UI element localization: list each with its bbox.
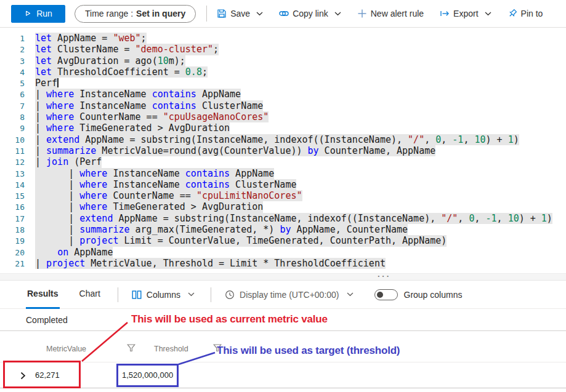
code-line[interactable]: 7| where InstanceName contains ClusterNa… <box>0 100 566 111</box>
code-token: AppName <box>68 247 113 258</box>
code-token: | <box>35 201 79 212</box>
code-token: , <box>441 134 452 145</box>
code-token: ) <box>547 213 552 224</box>
line-number: 8 <box>0 111 25 122</box>
code-token: | <box>35 89 46 100</box>
results-toolbar-divider <box>118 287 118 302</box>
code-line[interactable]: 14 | where InstanceName contains Cluster… <box>0 179 566 190</box>
line-number: 18 <box>0 224 25 235</box>
code-line[interactable]: 20 on AppName <box>0 247 566 258</box>
code-line[interactable]: 2let ClusterName = "demo-cluster"; <box>0 44 566 55</box>
results-table-header: MetricValue Threshold <box>0 331 566 362</box>
code-line[interactable]: 21| project MetricValue, Threshold = Lim… <box>0 258 566 269</box>
code-line[interactable]: 11| summarize MetricValue=round(avg(Coun… <box>0 145 566 156</box>
code-token: let <box>35 66 52 78</box>
code-token: MetricValue, Threshold = Limit * Thresho… <box>85 258 386 269</box>
line-number: 2 <box>0 44 25 55</box>
code-token: TimeGenerated > AvgDuration <box>107 201 263 212</box>
code-line[interactable]: 19 | project Limit = CounterValue, TimeG… <box>0 235 566 246</box>
group-columns-toggle[interactable] <box>374 289 398 300</box>
new-alert-rule-button[interactable]: New alert rule <box>357 9 424 18</box>
run-button[interactable]: Run <box>11 5 65 23</box>
export-button[interactable]: Export <box>440 9 491 18</box>
code-token: CounterName == <box>74 111 163 122</box>
code-token: InstanceName <box>107 179 185 190</box>
code-token: contains <box>185 179 230 190</box>
tab-chart[interactable]: Chart <box>78 281 102 309</box>
play-icon <box>24 10 32 18</box>
filter-icon[interactable] <box>127 344 135 352</box>
code-token: "web" <box>113 33 140 44</box>
time-range-value: Set in query <box>136 9 185 18</box>
code-token: join <box>46 156 68 167</box>
code-line[interactable]: 1let AppName = "web"; <box>0 33 566 44</box>
code-token: where <box>46 89 74 100</box>
code-line[interactable]: 6| where InstanceName contains AppName <box>0 89 566 100</box>
code-line[interactable]: 4let ThresholdCoefficient = 0.8; <box>0 66 566 78</box>
code-token: "cpuLimitNanoCores" <box>196 190 302 201</box>
copy-link-button[interactable]: Copy link <box>279 9 341 18</box>
code-line[interactable]: 15 | where CounterName == "cpuLimitNanoC… <box>0 190 566 201</box>
column-header-metricvalue[interactable]: MetricValue <box>46 345 86 353</box>
line-number: 16 <box>0 201 25 212</box>
code-token: where <box>79 201 107 212</box>
code-token: | <box>35 145 46 156</box>
code-token: , <box>424 134 435 145</box>
query-editor[interactable]: 1let AppName = "web";2let ClusterName = … <box>0 28 566 273</box>
new-alert-rule-label: New alert rule <box>371 9 424 18</box>
line-number: 19 <box>0 235 25 246</box>
code-token: | <box>35 213 79 224</box>
code-line[interactable]: 13 | where InstanceName contains AppName <box>0 168 566 179</box>
code-token: AppName = <box>52 33 113 44</box>
code-token: | <box>35 179 79 190</box>
code-token: 0.8 <box>185 66 202 78</box>
code-token: AppName = substring(InstanceName, indexo… <box>113 213 441 224</box>
code-line[interactable]: 9| where TimeGenerated > AvgDuration <box>0 122 566 134</box>
pin-button[interactable]: Pin to <box>507 9 543 18</box>
code-line[interactable]: 17 | extend AppName = substring(Instance… <box>0 213 566 224</box>
expand-row-icon[interactable] <box>20 372 26 380</box>
columns-button[interactable]: Columns <box>132 290 195 300</box>
code-line[interactable]: 5Perf <box>0 78 566 89</box>
code-token: , <box>497 213 508 224</box>
display-time-label: Display time (UTC+00:00) <box>240 290 339 300</box>
line-number: 20 <box>0 247 25 258</box>
clock-icon <box>225 290 235 300</box>
code-token: CounterName, AppName <box>319 145 436 156</box>
code-line[interactable]: 10| extend AppName = substring(InstanceN… <box>0 134 566 145</box>
code-line[interactable]: 18 | summarize arg_max(TimeGenerated, *)… <box>0 224 566 235</box>
code-token: -1 <box>486 213 497 224</box>
code-token: project <box>79 235 118 246</box>
code-token: extend <box>46 134 79 145</box>
filter-icon[interactable] <box>213 344 222 352</box>
code-line[interactable]: 16 | where TimeGenerated > AvgDuration <box>0 201 566 212</box>
column-header-threshold[interactable]: Threshold <box>154 345 188 353</box>
save-button[interactable]: Save <box>217 9 263 18</box>
code-token: ) + <box>486 134 508 145</box>
chevron-down-icon <box>347 292 354 297</box>
line-number: 7 <box>0 100 25 111</box>
line-number: 13 <box>0 168 25 179</box>
code-token: ; <box>213 44 219 55</box>
code-token: summarize <box>79 224 129 235</box>
splitter-handle[interactable]: ··· <box>0 273 566 281</box>
code-token: (Perf <box>68 156 102 167</box>
code-lines: 1let AppName = "web";2let ClusterName = … <box>0 33 566 269</box>
code-token: | <box>35 258 46 269</box>
line-number: 15 <box>0 190 25 201</box>
code-token <box>35 247 57 258</box>
line-number: 11 <box>0 145 25 156</box>
code-line[interactable]: 8| where CounterName == "cpuUsageNanoCor… <box>0 111 566 122</box>
code-token: let <box>35 44 52 55</box>
code-token: -1 <box>452 134 463 145</box>
code-token: AppName, CounterName <box>291 224 408 235</box>
code-line[interactable]: 12| join (Perf <box>0 156 566 167</box>
cell-threshold: 1,520,000,000 <box>122 370 173 380</box>
table-row[interactable]: 62,271 1,520,000,000 <box>0 362 566 388</box>
code-line[interactable]: 3let AvgDuration = ago(10m); <box>0 55 566 66</box>
code-token: extend <box>79 213 113 224</box>
query-status: Completed <box>26 315 68 325</box>
time-range-pill[interactable]: Time range : Set in query <box>75 5 196 23</box>
display-time-button[interactable]: Display time (UTC+00:00) <box>225 290 353 300</box>
tab-results[interactable]: Results <box>26 281 60 309</box>
